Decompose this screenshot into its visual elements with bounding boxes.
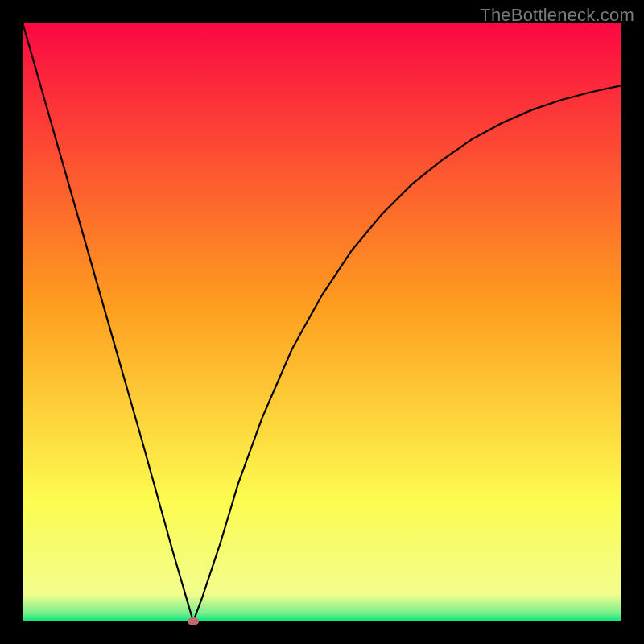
- gradient-background: [23, 23, 621, 621]
- bottleneck-chart: [23, 23, 621, 621]
- chart-frame: [23, 23, 621, 621]
- optimal-point-marker: [188, 617, 199, 625]
